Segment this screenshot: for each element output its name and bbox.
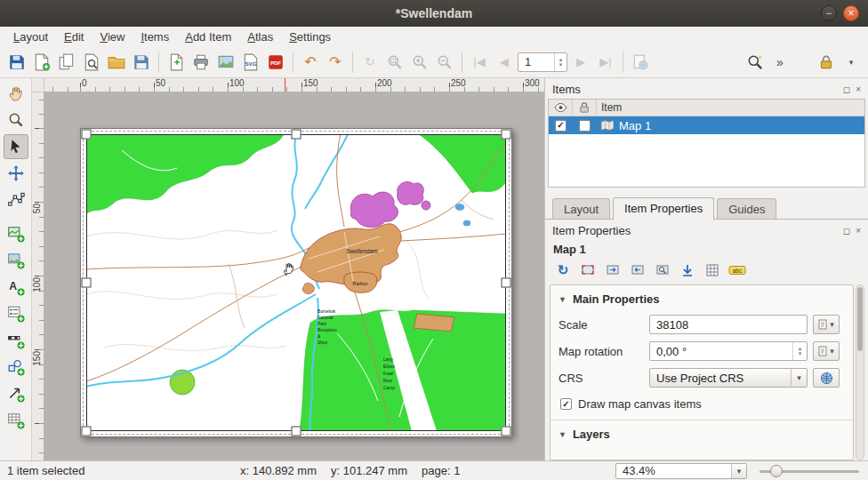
atlas-last-icon[interactable]: ▶| (594, 51, 617, 74)
menu-layout[interactable]: Layout (5, 28, 56, 45)
minimize-button[interactable]: − (821, 5, 837, 21)
zoom-to-map-icon[interactable] (652, 260, 673, 280)
panel-float-icon[interactable]: ◻ (843, 84, 850, 94)
add-label-icon[interactable]: A (4, 275, 28, 300)
selection-handle[interactable] (82, 130, 92, 140)
layout-canvas[interactable]: Swellendam Railton Bontebok National Par… (44, 92, 544, 460)
open-folder-icon[interactable] (105, 51, 128, 74)
crs-combobox[interactable]: Use Project CRS ▾ (649, 368, 808, 388)
refresh-view-icon[interactable]: ↻ (358, 51, 382, 74)
atlas-page-field[interactable]: 1 ▴▾ (518, 52, 567, 72)
draw-canvas-items-row[interactable]: ✓ Draw map canvas items (551, 391, 853, 414)
zoom-canvas-icon[interactable] (4, 108, 28, 132)
add-picture-icon[interactable] (4, 248, 28, 273)
close-button[interactable]: × (843, 5, 859, 21)
panel-close-icon[interactable]: × (856, 84, 861, 94)
main-properties-group[interactable]: ▼ Main Properties (551, 285, 853, 311)
scrollbar-thumb[interactable] (857, 287, 863, 351)
select-move-item-icon[interactable] (4, 134, 28, 159)
panel-float-icon[interactable]: ◻ (843, 226, 850, 236)
export-image-icon[interactable] (214, 51, 237, 74)
add-pages-icon[interactable] (165, 51, 188, 74)
scale-input[interactable]: 38108 (649, 315, 808, 334)
collapse-arrow-icon[interactable]: ▼ (559, 295, 567, 304)
edit-nodes-icon[interactable] (4, 188, 28, 212)
zoom-level-combobox[interactable]: 43.4% ▾ (615, 463, 747, 479)
print-icon[interactable] (189, 51, 213, 74)
tab-item-properties[interactable]: Item Properties (613, 197, 714, 220)
menu-view[interactable]: View (92, 28, 133, 45)
atlas-prev-icon[interactable]: ◀ (493, 51, 516, 74)
horizontal-ruler[interactable]: 0 50 100 150 200 250 300 (44, 78, 544, 92)
visibility-checkbox[interactable]: ✓ (555, 120, 567, 132)
new-layout-icon[interactable] (30, 51, 53, 74)
lock-layers-dropdown-icon[interactable]: ▾ (840, 51, 863, 74)
update-preview-icon[interactable]: ↻ (552, 260, 574, 280)
vertical-ruler[interactable]: 50 100 150 (32, 92, 44, 460)
menu-settings[interactable]: Settings (281, 28, 339, 45)
collapse-arrow-icon[interactable]: ▼ (559, 430, 567, 439)
atlas-next-icon[interactable]: ▶ (569, 51, 592, 74)
add-table-icon[interactable] (4, 408, 28, 433)
zoom-out-icon[interactable] (433, 51, 456, 74)
rotation-data-defined-button[interactable]: ▾ (813, 341, 840, 361)
titlebar[interactable]: *Swellendam − × (0, 0, 868, 27)
lock-layers-icon[interactable] (815, 51, 838, 74)
menu-items[interactable]: Items (133, 28, 177, 45)
add-map-icon[interactable] (4, 221, 28, 246)
set-map-scale-icon[interactable] (627, 260, 648, 280)
zoom-tool-icon[interactable] (743, 51, 767, 74)
crs-select-button[interactable] (813, 368, 840, 388)
items-row-map1[interactable]: ✓ Map 1 (549, 116, 864, 134)
menu-edit[interactable]: Edit (56, 28, 92, 45)
move-item-content-icon[interactable] (4, 161, 28, 186)
atlas-page-spinner[interactable]: ▴▾ (554, 53, 567, 71)
selection-handle[interactable] (292, 130, 301, 140)
undo-icon[interactable]: ↶ (299, 51, 322, 74)
rotation-spinner-icon[interactable]: ▴▾ (792, 342, 807, 360)
menu-atlas[interactable]: Atlas (239, 28, 281, 45)
view-current-extent-icon[interactable] (602, 260, 623, 280)
zoom-slider-thumb[interactable] (770, 465, 783, 477)
layers-group[interactable]: ▼ Layers (551, 420, 853, 446)
panel-close-icon[interactable]: × (856, 226, 861, 236)
zoom-slider[interactable] (760, 464, 859, 478)
map-item[interactable]: Swellendam Railton Bontebok National Par… (86, 134, 506, 431)
add-legend-icon[interactable] (4, 301, 28, 326)
tab-layout[interactable]: Layout (552, 198, 610, 219)
redo-icon[interactable]: ↷ (324, 51, 347, 74)
grid-settings-icon[interactable] (702, 260, 723, 280)
zoom-full-icon[interactable] (383, 51, 406, 74)
menu-add-item[interactable]: Add Item (177, 28, 239, 45)
add-shape-icon[interactable] (4, 355, 28, 380)
draw-canvas-items-checkbox[interactable]: ✓ (560, 398, 572, 410)
scale-data-defined-button[interactable]: ▾ (813, 315, 840, 334)
export-pdf-icon[interactable]: PDF (264, 51, 287, 74)
set-canvas-extent-icon[interactable] (577, 260, 599, 280)
selection-handle[interactable] (292, 427, 301, 436)
toolbar-overflow-icon[interactable]: » (768, 51, 792, 74)
export-svg-icon[interactable]: SVG (239, 51, 262, 74)
map-rotation-spinbox[interactable]: 0,00 ° ▴▾ (649, 341, 808, 361)
atlas-first-icon[interactable]: |◀ (468, 51, 491, 74)
atlas-settings-icon[interactable] (629, 51, 652, 74)
tab-guides[interactable]: Guides (717, 198, 776, 219)
selection-handle[interactable] (82, 427, 92, 436)
zoom-in-icon[interactable] (408, 51, 431, 74)
interactively-edit-extent-icon[interactable] (677, 260, 698, 280)
add-arrow-icon[interactable] (4, 381, 28, 406)
selection-handle[interactable] (502, 427, 511, 436)
layout-manager-icon[interactable] (80, 51, 103, 74)
selection-handle[interactable] (502, 130, 511, 140)
zoom-dropdown-icon[interactable]: ▾ (731, 464, 746, 478)
properties-scrollbar[interactable] (856, 284, 864, 460)
selection-handle[interactable] (82, 278, 92, 288)
add-scalebar-icon[interactable] (4, 328, 28, 353)
pan-tool-icon[interactable] (4, 81, 28, 106)
save-project-icon[interactable] (5, 51, 28, 74)
labeling-settings-icon[interactable]: abc (727, 260, 748, 280)
layout-page[interactable]: Swellendam Railton Bontebok National Par… (80, 128, 512, 437)
crs-dropdown-icon[interactable]: ▾ (791, 369, 807, 387)
save-as-icon[interactable] (130, 51, 153, 74)
lock-checkbox[interactable] (579, 120, 591, 132)
